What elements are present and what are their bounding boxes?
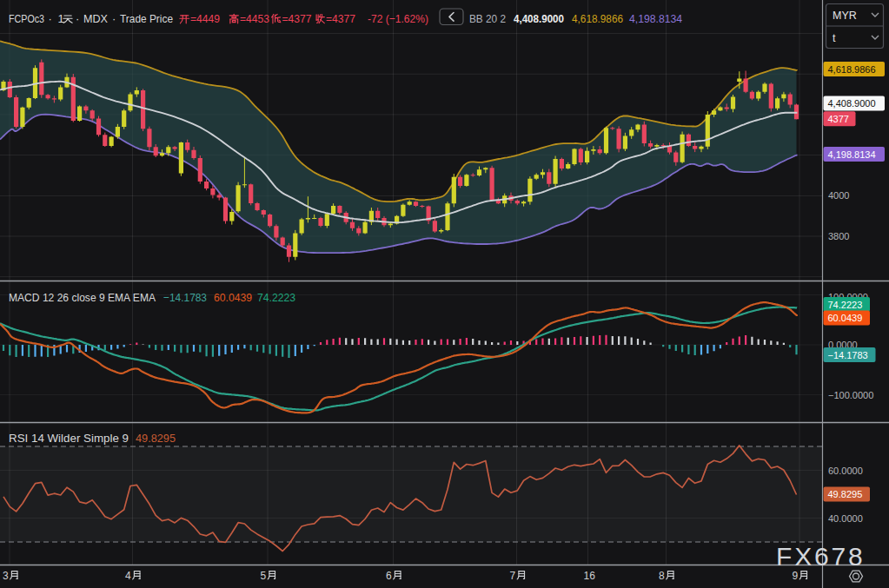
svg-text:4: 4 <box>125 570 131 582</box>
svg-text:9: 9 <box>793 570 799 582</box>
svg-text:74.2223: 74.2223 <box>828 300 863 310</box>
svg-text:4,618.9866: 4,618.9866 <box>828 64 876 75</box>
svg-text:Trade Price: Trade Price <box>120 12 173 25</box>
svg-text:=4377: =4377 <box>282 12 312 25</box>
svg-text:=4453: =4453 <box>240 12 269 25</box>
svg-text:=4377: =4377 <box>326 12 355 25</box>
svg-text:·: · <box>49 12 52 25</box>
svg-text:MACD 12 26 close 9 EMA EMA: MACD 12 26 close 9 EMA EMA <box>9 291 156 304</box>
svg-text:6: 6 <box>386 570 392 582</box>
svg-text:·: · <box>112 12 116 25</box>
svg-text:49.8295: 49.8295 <box>136 432 176 445</box>
svg-text:4,198.8134: 4,198.8134 <box>828 149 876 160</box>
svg-text:5: 5 <box>261 570 267 582</box>
svg-text:4,198.8134: 4,198.8134 <box>629 12 682 25</box>
svg-text:60.0000: 60.0000 <box>828 466 863 476</box>
svg-text:4377: 4377 <box>828 114 849 124</box>
svg-text:7: 7 <box>510 570 516 582</box>
svg-text:-72 (−1.62%): -72 (−1.62%) <box>368 12 428 25</box>
svg-text:·: · <box>76 12 79 25</box>
svg-text:MYR: MYR <box>833 10 857 22</box>
svg-text:FX678: FX678 <box>776 542 865 571</box>
svg-text:4,408.9000: 4,408.9000 <box>514 12 564 25</box>
svg-text:4000: 4000 <box>828 190 849 201</box>
svg-text:−14.1783: −14.1783 <box>163 291 207 304</box>
svg-text:4,618.9866: 4,618.9866 <box>572 12 623 25</box>
svg-text:16: 16 <box>584 570 596 582</box>
svg-text:49.8295: 49.8295 <box>828 489 863 499</box>
svg-text:t: t <box>833 32 836 44</box>
svg-text:=4449: =4449 <box>190 12 220 25</box>
svg-text:−100.0000: −100.0000 <box>828 390 873 400</box>
svg-text:RSI 14 Wilder Simple 9: RSI 14 Wilder Simple 9 <box>9 432 129 445</box>
svg-text:FCPOc3: FCPOc3 <box>9 12 44 25</box>
svg-text:60.0439: 60.0439 <box>214 291 252 304</box>
svg-text:BB 20 2: BB 20 2 <box>469 12 506 25</box>
svg-text:8: 8 <box>659 570 665 582</box>
svg-text:60.0439: 60.0439 <box>828 313 863 323</box>
svg-text:74.2223: 74.2223 <box>257 291 295 304</box>
svg-text:3800: 3800 <box>828 231 849 241</box>
svg-text:MDX: MDX <box>83 12 108 25</box>
svg-text:3: 3 <box>3 570 9 582</box>
svg-text:4,408.9000: 4,408.9000 <box>828 98 876 109</box>
svg-text:40.0000: 40.0000 <box>828 513 863 524</box>
svg-text:−14.1783: −14.1783 <box>828 350 868 360</box>
